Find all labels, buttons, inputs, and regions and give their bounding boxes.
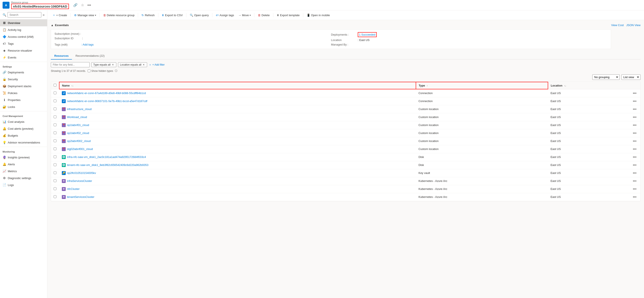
resource-name-link[interactable]: infrastructure_cloud [67,107,92,111]
sidebar-item-access-control[interactable]: 🔷 Access control (IAM) [0,33,47,40]
location-filter-close-btn[interactable]: ✕ [142,63,145,66]
resource-name-link[interactable]: tenant-nfc-saw-vm_disk1_8eb3f82c65654240… [67,163,148,167]
delete-button[interactable]: 🗑 Delete [256,13,272,18]
search-input[interactable] [8,12,41,18]
row-checkbox[interactable] [54,195,56,198]
row-checkbox[interactable] [54,99,56,102]
name-column-header[interactable]: Name ↑↓ [59,82,416,89]
sidebar-item-locks[interactable]: 🔐 Locks [0,103,47,110]
resource-name-link[interactable]: Workload_cloud [67,115,87,119]
row-more-button[interactable]: ••• [632,131,638,135]
info-icon[interactable]: ⓘ [115,69,118,73]
row-more-button[interactable]: ••• [632,155,638,160]
row-checkbox[interactable] [54,115,56,118]
show-hidden-types-label[interactable]: Show hidden types [88,69,113,73]
sidebar-item-metrics[interactable]: 📈 Metrics [0,168,47,175]
resource-name-link[interactable]: infraServicesCluster [67,179,92,183]
sidebar-item-security[interactable]: 🔒 Security [0,76,47,83]
filter-input[interactable] [51,62,90,67]
open-mobile-button[interactable]: 📱 Open in mobile [305,13,332,18]
type-column-header[interactable]: Type ↑ [416,82,548,89]
row-checkbox[interactable] [54,187,56,190]
row-more-button[interactable]: ••• [632,107,638,111]
row-checkbox[interactable] [54,123,56,126]
row-more-button[interactable]: ••• [632,115,638,119]
open-query-button[interactable]: 🔍 Open query [188,13,210,18]
deployments-link[interactable]: 1 Succeeded [359,33,376,36]
row-checkbox[interactable] [54,179,56,182]
resource-name-link[interactable]: op1labnf02_cloud [67,131,89,135]
row-more-button[interactable]: ••• [632,91,638,96]
resource-name-link[interactable]: op2labnf002_cloud [67,139,91,143]
link-icon-btn[interactable]: 🔗 [72,2,78,8]
tab-resources[interactable]: Resources [51,52,72,60]
row-more-button[interactable]: ••• [632,195,638,199]
sidebar-item-logs[interactable]: 📄 Logs [0,182,47,188]
row-checkbox[interactable] [54,147,56,150]
resource-name-link[interactable]: infra-nfc-saw-vm_disk1_2ac0c181a1ad474a9… [67,155,146,159]
resource-name-link[interactable]: nfcCluster [67,187,80,191]
row-more-button[interactable]: ••• [632,123,638,127]
sidebar-item-insights[interactable]: 🔮 Insights (preview) [0,154,47,161]
row-more-button[interactable]: ••• [632,187,638,191]
location-column-header[interactable]: Location ↑↓ [548,82,629,89]
sidebar-item-properties[interactable]: ℹ Properties [0,96,47,103]
sidebar-item-advisor[interactable]: 💡 Advisor recommendations [0,139,47,146]
resource-name-link[interactable]: op2lfc010510154005kv [67,171,96,175]
sidebar-item-alerts[interactable]: 🔔 Alerts [0,161,47,168]
row-checkbox[interactable] [54,107,56,110]
sidebar-item-cost-alerts[interactable]: 🔔 Cost alerts (preview) [0,125,47,132]
resource-name-link[interactable]: tenantServicesCluster [67,195,94,199]
row-checkbox[interactable] [54,171,56,174]
essentials-header[interactable]: ▲ Essentials [51,24,611,27]
row-checkbox[interactable] [54,139,56,142]
sidebar-item-events[interactable]: ⚡ Events [0,54,47,61]
manage-view-button[interactable]: ⚙ Manage view ▾ [72,13,98,18]
row-more-button[interactable]: ••• [632,179,638,183]
show-hidden-types-checkbox[interactable] [88,69,90,72]
resource-name-link[interactable]: networkfabric-er-conn-90837101-5e7b-49b1… [67,99,147,103]
sidebar-item-policies[interactable]: 📜 Policies [0,90,47,96]
sidebar-item-overview[interactable]: ⊞ Overview [0,20,47,26]
resource-name-link[interactable]: stg02labnf001_cloud [67,147,93,151]
more-icon-btn[interactable]: ••• [86,2,92,8]
row-checkbox[interactable] [54,163,56,166]
star-icon-btn[interactable]: ☆ [80,2,85,8]
view-cost-link[interactable]: View Cost [611,24,624,27]
delete-resource-group-button[interactable]: 🗑 Delete resource group [102,13,136,18]
row-more-button[interactable]: ••• [632,99,638,104]
assign-tags-button[interactable]: 🏷 Assign tags [214,13,236,18]
json-view-link[interactable]: JSON View [626,24,640,27]
sidebar-item-tags[interactable]: 🏷 Tags [0,40,47,47]
sidebar-item-budgets[interactable]: 💰 Budgets [0,132,47,139]
sidebar-item-cost-analysis[interactable]: 📊 Cost analysis [0,118,47,125]
row-more-button[interactable]: ••• [632,139,638,143]
row-more-button[interactable]: ••• [632,163,638,168]
row-more-button[interactable]: ••• [632,147,638,152]
resource-name-link[interactable]: op1labnf01_cloud [67,123,89,127]
move-button[interactable]: → Move ▾ [237,13,253,18]
sidebar-item-diagnostic-settings[interactable]: ⚙ Diagnostic settings [0,175,47,182]
sidebar-item-deployments[interactable]: 🔗 Deployments [0,69,47,76]
add-tags-link[interactable]: : Add tags [81,43,94,46]
view-select[interactable]: List view Grid view [622,74,640,80]
add-filter-button[interactable]: ＋ + Add filter [149,63,164,67]
sidebar-item-activity-log[interactable]: 📋 Activity log [0,26,47,33]
refresh-icon: ↻ [142,14,144,17]
sidebar-item-resource-visualizer[interactable]: ◈ Resource visualizer [0,47,47,54]
grouping-select[interactable]: No grouping Type Location Resource group [592,74,620,80]
row-checkbox[interactable] [54,131,56,134]
row-checkbox[interactable] [54,91,56,94]
tab-recommendations[interactable]: Recommendations (22) [72,52,108,60]
resource-name-link[interactable]: networkfabric-er-conn-67a4d189-d0e8-49bf… [67,91,146,95]
export-csv-button[interactable]: ⬇ Export to CSV [160,13,184,18]
select-all-checkbox[interactable] [54,84,56,87]
refresh-button[interactable]: ↻ Refresh [140,13,156,18]
collapse-sidebar-btn[interactable]: » [43,13,44,17]
row-checkbox[interactable] [54,155,56,158]
create-button[interactable]: ＋ + Create [51,12,69,18]
row-more-button[interactable]: ••• [632,171,638,176]
type-filter-close-btn[interactable]: ✕ [111,63,114,66]
sidebar-item-deployment-stacks[interactable]: 📦 Deployment stacks [0,83,47,90]
export-template-button[interactable]: ⬇ Export template [275,13,301,18]
